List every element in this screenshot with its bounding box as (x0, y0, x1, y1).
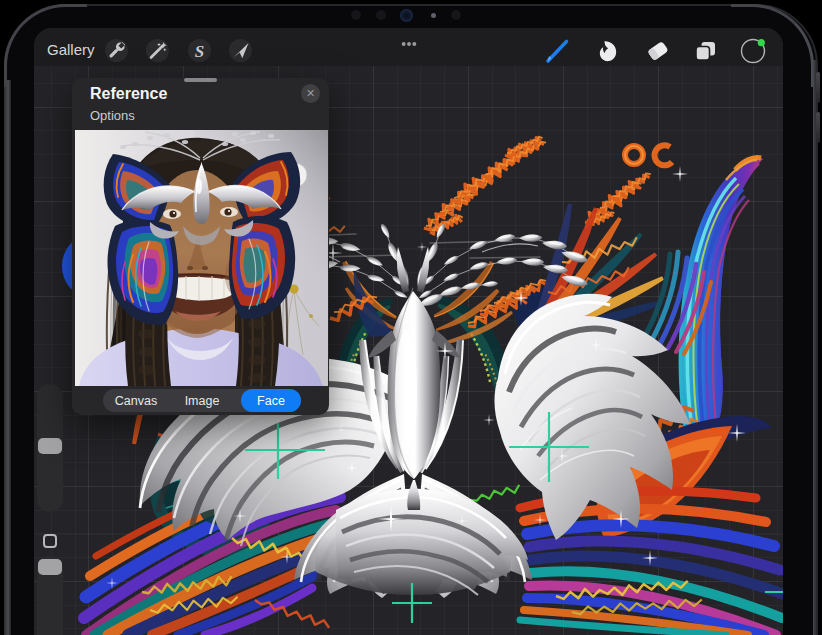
svg-text:S: S (195, 42, 204, 61)
